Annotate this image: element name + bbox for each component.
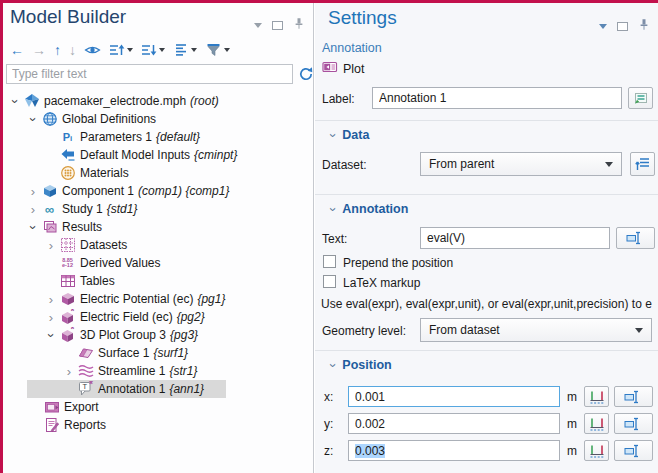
model-root-icon [23, 93, 40, 109]
tree-item-global-definitions[interactable]: Global Definitions [3, 110, 312, 128]
section-collapse-icon[interactable]: › [327, 363, 340, 367]
float-panel-icon[interactable] [272, 21, 283, 30]
float-panel-icon[interactable] [617, 22, 628, 31]
position-x-input[interactable] [348, 386, 560, 407]
range-button[interactable] [584, 386, 609, 407]
plot-group-new-icon: * [59, 309, 76, 325]
chevron-collapsed-icon[interactable] [25, 183, 41, 199]
replace-expression-button[interactable] [614, 440, 653, 461]
chevron-collapsed-icon[interactable] [43, 291, 59, 307]
svg-text:*: * [70, 327, 74, 335]
collapse-all-button[interactable] [106, 40, 136, 60]
move-down-button[interactable]: ↓ [66, 40, 79, 60]
tree-item-default-model-inputs[interactable]: Default Model Inputs{cminpt} [3, 146, 312, 164]
plot-icon [322, 59, 338, 78]
panel-menu-caret-icon[interactable] [254, 23, 262, 28]
panel-menu-caret-icon[interactable] [599, 24, 607, 29]
tree-item-component-1[interactable]: Component 1(comp1) {comp1} [3, 182, 312, 200]
prepend-position-checkbox[interactable] [323, 255, 336, 268]
text-field-label: Text: [322, 232, 347, 246]
range-button[interactable] [584, 440, 609, 461]
datasets-icon [59, 237, 76, 253]
rename-label-icon [633, 90, 649, 106]
tree-item-datasets[interactable]: Datasets [3, 236, 312, 254]
label-input[interactable] [372, 87, 622, 109]
rename-label-button[interactable] [628, 87, 653, 109]
streamline-icon [77, 363, 94, 379]
chevron-collapsed-icon[interactable] [43, 309, 59, 325]
export-icon [43, 399, 60, 415]
filter-caret-icon[interactable] [224, 48, 230, 52]
replace-expression-button[interactable] [614, 386, 653, 407]
annotation-text-input[interactable] [420, 227, 610, 249]
move-up-button[interactable]: ↑ [51, 40, 64, 60]
chevron-expanded-icon[interactable] [7, 93, 23, 109]
model-tree: pacemaker_electrode.mph(root) Global Def… [3, 92, 312, 473]
pin-icon[interactable] [293, 16, 305, 35]
chevron-collapsed-icon[interactable] [25, 201, 41, 217]
chevron-expanded-icon[interactable] [43, 327, 59, 343]
settings-panel: Settings Annotation Plot Label: › Data D… [315, 3, 658, 473]
tree-item-derived-values[interactable]: 8.85e-12 Derived Values [3, 254, 312, 272]
tree-item-root[interactable]: pacemaker_electrode.mph(root) [3, 92, 312, 110]
global-definitions-icon [41, 111, 58, 127]
chevron-expanded-icon[interactable] [25, 111, 41, 127]
chevron-expanded-icon[interactable] [25, 219, 41, 235]
tree-item-tables[interactable]: Tables [3, 272, 312, 290]
tree-item-materials[interactable]: Materials [3, 164, 312, 182]
tree-item-3d-plot-group-3[interactable]: * 3D Plot Group 3{pg3} [3, 326, 312, 344]
position-z-input[interactable]: 0.003 [348, 440, 560, 461]
chevron-collapsed-icon[interactable] [43, 237, 59, 253]
refresh-icon[interactable] [298, 66, 314, 82]
tree-item-streamline-1[interactable]: Streamline 1{str1} [3, 362, 312, 380]
pin-icon[interactable] [638, 17, 650, 35]
expand-all-caret-icon[interactable] [159, 48, 165, 52]
back-button[interactable]: ← [7, 40, 27, 60]
tree-filter-input[interactable] [6, 64, 293, 84]
tree-item-electric-potential[interactable]: Electric Potential (ec){pg1} [3, 290, 312, 308]
collapse-all-caret-icon[interactable] [127, 48, 133, 52]
comsol-window: Model Builder ← → ↑ ↓ pacemaker_el [0, 0, 658, 473]
tree-item-surface-1[interactable]: Surface 1{surf1} [3, 344, 312, 362]
data-section-header[interactable]: › Data [331, 128, 369, 142]
surface-icon [77, 345, 94, 361]
svg-text:T: T [82, 382, 87, 391]
tree-item-electric-field[interactable]: * Electric Field (ec){pg2} [3, 308, 312, 326]
model-tree-node-text-button[interactable] [170, 40, 200, 60]
tree-item-results[interactable]: Results [3, 218, 312, 236]
settings-subtitle-annotation[interactable]: Annotation [322, 41, 382, 55]
tree-item-reports[interactable]: Reports [3, 416, 312, 434]
tree-item-study-1[interactable]: ∞ Study 1{std1} [3, 200, 312, 218]
forward-button[interactable]: → [29, 40, 49, 60]
position-x-unit: m [567, 390, 577, 404]
node-text-caret-icon[interactable] [191, 48, 197, 52]
annotation-icon: T* [77, 381, 94, 397]
go-to-source-button[interactable] [630, 152, 655, 176]
section-collapse-icon[interactable]: › [327, 133, 340, 137]
annotation-section-header[interactable]: › Annotation [331, 202, 408, 216]
filter-button[interactable] [202, 40, 233, 60]
section-divider [315, 194, 658, 195]
geometry-level-dropdown[interactable]: From dataset [420, 318, 652, 342]
replace-expression-button[interactable] [614, 413, 653, 434]
latex-markup-checkbox[interactable] [323, 275, 336, 288]
tree-item-export[interactable]: Export [3, 398, 312, 416]
settings-title: Settings [328, 7, 397, 29]
range-button[interactable] [584, 413, 609, 434]
position-z-label: z: [324, 444, 333, 458]
expand-all-button[interactable] [138, 40, 168, 60]
replace-expression-button[interactable] [616, 227, 655, 249]
replace-expression-icon [626, 230, 642, 246]
plot-button[interactable]: Plot [322, 59, 365, 78]
position-section-header[interactable]: › Position [331, 358, 392, 372]
component-icon [41, 183, 58, 199]
show-eye-button[interactable] [81, 40, 104, 60]
materials-icon [59, 165, 76, 181]
section-collapse-icon[interactable]: › [327, 207, 340, 211]
dataset-dropdown[interactable]: From parent [420, 152, 622, 176]
tree-item-parameters[interactable]: Pi Parameters 1{default} [3, 128, 312, 146]
chevron-collapsed-icon[interactable] [61, 363, 77, 379]
settings-window-controls [599, 17, 650, 35]
position-y-input[interactable] [348, 413, 560, 434]
tree-item-annotation-1[interactable]: T* Annotation 1{ann1} [3, 380, 312, 398]
